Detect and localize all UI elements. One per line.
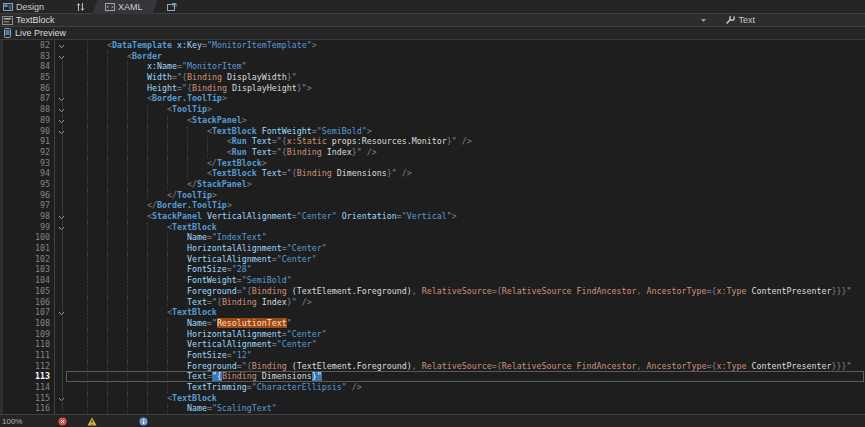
code-line[interactable]: 89 <StackPanel> [0, 115, 865, 126]
line-number[interactable]: 108 [0, 318, 54, 329]
code-line[interactable]: 106 Text="{Binding Index}" /> [0, 297, 865, 308]
code-line[interactable]: 92 <Run Text="{Binding Index}" /> [0, 147, 865, 158]
code-text[interactable]: x:Name="MonitorItem" [67, 61, 247, 72]
fold-chevron-icon[interactable] [54, 211, 67, 222]
code-line[interactable]: 84 x:Name="MonitorItem" [0, 61, 865, 72]
line-number[interactable]: 102 [0, 254, 54, 265]
line-number[interactable]: 100 [0, 232, 54, 243]
code-line[interactable]: 99 <TextBlock [0, 222, 865, 233]
code-text[interactable]: <Run Text="{x:Static props:Resources.Mon… [67, 136, 472, 147]
code-line[interactable]: 108 Name="ResolutionText" [0, 318, 865, 329]
code-line[interactable]: 95 </StackPanel> [0, 179, 865, 190]
code-line[interactable]: 109 HorizontalAlignment="Center" [0, 329, 865, 340]
line-number[interactable]: 113 [0, 371, 54, 382]
live-preview-label[interactable]: Live Preview [15, 28, 66, 38]
code-text[interactable]: <Border.ToolTip> [67, 93, 227, 104]
code-text[interactable]: HorizontalAlignment="Center" [67, 243, 327, 254]
line-number[interactable]: 103 [0, 264, 54, 275]
code-line[interactable]: 112 Foreground="{Binding (TextElement.Fo… [0, 361, 865, 372]
code-line[interactable]: 86 Height="{Binding DisplayHeight}"> [0, 83, 865, 94]
code-line[interactable]: 90 <TextBlock FontWeight="SemiBold"> [0, 126, 865, 137]
line-number[interactable]: 99 [0, 222, 54, 233]
line-number[interactable]: 111 [0, 350, 54, 361]
code-line[interactable]: 104 FontWeight="SemiBold" [0, 275, 865, 286]
line-number[interactable]: 115 [0, 393, 54, 404]
fold-chevron-icon[interactable] [54, 93, 67, 104]
code-text[interactable]: </ToolTip> [67, 190, 217, 201]
code-text[interactable]: <StackPanel VerticalAlignment="Center" O… [67, 211, 457, 222]
code-text[interactable]: FontSize="12" [67, 350, 252, 361]
code-text[interactable]: VerticalAlignment="Center" [67, 339, 317, 350]
code-text[interactable]: Name="IndexText" [67, 232, 267, 243]
code-line[interactable]: 102 VerticalAlignment="Center" [0, 254, 865, 265]
breadcrumb-element[interactable]: TextBlock [16, 15, 55, 25]
code-line[interactable]: 105 Foreground="{Binding (TextElement.Fo… [0, 286, 865, 297]
line-number[interactable]: 82 [0, 40, 54, 51]
line-number[interactable]: 116 [0, 403, 54, 414]
fold-chevron-icon[interactable] [54, 115, 67, 126]
code-text[interactable]: Text="{Binding Dimensions}" [67, 371, 322, 382]
code-line[interactable]: 113 Text="{Binding Dimensions}" [0, 371, 865, 382]
code-text[interactable]: Name="ResolutionText" [67, 318, 292, 329]
tab-xaml[interactable]: XAML [93, 0, 157, 14]
code-text[interactable]: HorizontalAlignment="Center" [67, 329, 327, 340]
code-line[interactable]: 98 <StackPanel VerticalAlignment="Center… [0, 211, 865, 222]
code-text[interactable]: <DataTemplate x:Key="MonitorItemTemplate… [67, 40, 317, 51]
code-text[interactable]: </StackPanel> [67, 179, 252, 190]
line-number[interactable]: 83 [0, 51, 54, 62]
code-text[interactable]: VerticalAlignment="Center" [67, 254, 317, 265]
code-line[interactable]: 96 </ToolTip> [0, 190, 865, 201]
line-number[interactable]: 106 [0, 297, 54, 308]
line-number[interactable]: 90 [0, 126, 54, 137]
code-line[interactable]: 101 HorizontalAlignment="Center" [0, 243, 865, 254]
code-text[interactable]: </Border.ToolTip> [67, 200, 232, 211]
code-line[interactable]: 107 <TextBlock [0, 307, 865, 318]
line-number[interactable]: 98 [0, 211, 54, 222]
line-number[interactable]: 94 [0, 168, 54, 179]
code-line[interactable]: 103 FontSize="28" [0, 264, 865, 275]
swap-views-icon[interactable] [76, 2, 85, 12]
line-number[interactable]: 86 [0, 83, 54, 94]
line-number[interactable]: 107 [0, 307, 54, 318]
code-line[interactable]: 97 </Border.ToolTip> [0, 200, 865, 211]
fold-chevron-icon[interactable] [54, 393, 67, 404]
code-text[interactable]: <ToolTip> [67, 104, 212, 115]
code-text[interactable]: TextTrimming="CharacterEllipsis" /> [67, 382, 362, 393]
code-text[interactable]: <TextBlock [67, 393, 217, 404]
code-line[interactable]: 93 </TextBlock> [0, 158, 865, 169]
code-text[interactable]: <TextBlock Text="{Binding Dimensions}" /… [67, 168, 412, 179]
line-number[interactable]: 112 [0, 361, 54, 372]
line-number[interactable]: 84 [0, 61, 54, 72]
popout-icon[interactable] [167, 2, 177, 12]
code-line[interactable]: 82 <DataTemplate x:Key="MonitorItemTempl… [0, 40, 865, 51]
xaml-code-editor[interactable]: 82 <DataTemplate x:Key="MonitorItemTempl… [0, 40, 865, 414]
code-text[interactable]: Name="ScalingText" [67, 403, 277, 414]
line-number[interactable]: 101 [0, 243, 54, 254]
line-number[interactable]: 110 [0, 339, 54, 350]
line-number[interactable]: 91 [0, 136, 54, 147]
code-line[interactable]: 88 <ToolTip> [0, 104, 865, 115]
code-line[interactable]: 110 VerticalAlignment="Center" [0, 339, 865, 350]
code-line[interactable]: 83 <Border [0, 51, 865, 62]
code-text[interactable]: <StackPanel> [67, 115, 247, 126]
code-line[interactable]: 111 FontSize="12" [0, 350, 865, 361]
line-number[interactable]: 104 [0, 275, 54, 286]
fold-chevron-icon[interactable] [54, 51, 67, 62]
fold-chevron-icon[interactable] [54, 222, 67, 233]
code-line[interactable]: 114 TextTrimming="CharacterEllipsis" /> [0, 382, 865, 393]
code-line[interactable]: 116 Name="ScalingText" [0, 403, 865, 414]
line-number[interactable]: 114 [0, 382, 54, 393]
line-number[interactable]: 109 [0, 329, 54, 340]
code-text[interactable]: FontWeight="SemiBold" [67, 275, 292, 286]
fold-chevron-icon[interactable] [54, 40, 67, 51]
line-number[interactable]: 88 [0, 104, 54, 115]
code-text[interactable]: <TextBlock FontWeight="SemiBold"> [67, 126, 372, 137]
line-number[interactable]: 97 [0, 200, 54, 211]
code-line[interactable]: 87 <Border.ToolTip> [0, 93, 865, 104]
code-text[interactable]: Foreground="{Binding (TextElement.Foregr… [67, 286, 851, 297]
code-text[interactable]: Text="{Binding Index}" /> [67, 297, 312, 308]
fold-chevron-icon[interactable] [54, 126, 67, 137]
line-number[interactable]: 96 [0, 190, 54, 201]
code-text[interactable]: Width="{Binding DisplayWidth}" [67, 72, 297, 83]
line-number[interactable]: 87 [0, 93, 54, 104]
